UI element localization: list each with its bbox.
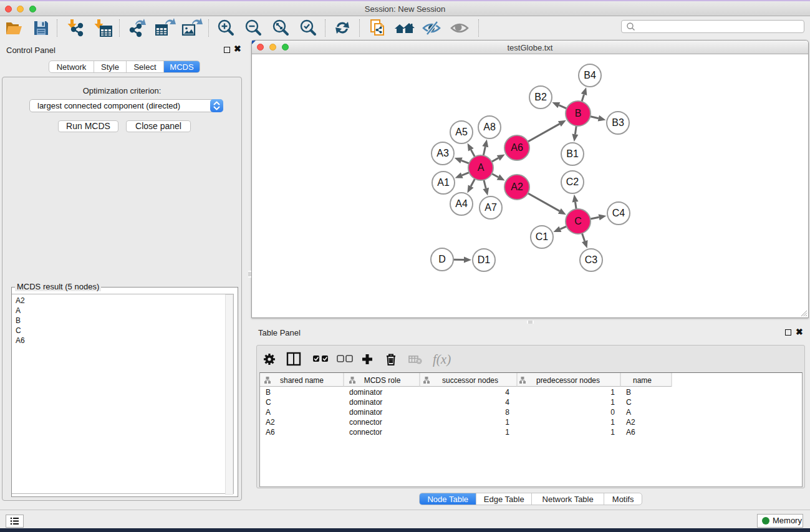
svg-text:4: 4 [505, 388, 509, 397]
svg-text:A: A [478, 162, 485, 173]
svg-text:8: 8 [505, 408, 509, 417]
svg-text:A6: A6 [511, 142, 523, 153]
svg-text:B1: B1 [566, 148, 579, 159]
svg-text:MCDS role: MCDS role [364, 376, 401, 385]
svg-text:B: B [575, 108, 582, 118]
svg-text:C4: C4 [612, 208, 625, 218]
svg-text:A3: A3 [436, 148, 449, 158]
svg-text:1: 1 [610, 418, 615, 427]
svg-text:f(x): f(x) [433, 352, 451, 367]
svg-text:A2: A2 [511, 181, 523, 192]
svg-text:A2: A2 [626, 418, 635, 427]
svg-text:A2: A2 [266, 418, 275, 427]
svg-text:C: C [266, 398, 271, 407]
svg-text:1: 1 [610, 388, 615, 397]
svg-text:A: A [626, 408, 631, 417]
svg-text:A6: A6 [266, 428, 275, 437]
svg-text:B2: B2 [534, 92, 547, 102]
svg-text:D: D [438, 254, 446, 264]
svg-text:A7: A7 [485, 202, 497, 213]
svg-text:0: 0 [610, 408, 615, 417]
svg-text:1: 1 [505, 418, 509, 427]
svg-text:A1: A1 [437, 177, 450, 188]
svg-text:name: name [633, 376, 652, 385]
svg-text:D1: D1 [478, 254, 491, 265]
svg-text:shared name: shared name [280, 376, 324, 385]
svg-text:connector: connector [349, 428, 382, 437]
svg-text:dominator: dominator [349, 388, 382, 397]
svg-text:A8: A8 [483, 122, 496, 132]
svg-text:A4: A4 [455, 198, 468, 209]
svg-text:dominator: dominator [349, 408, 382, 417]
svg-text:1: 1 [610, 428, 615, 437]
svg-text:C: C [574, 216, 582, 226]
svg-text:successor nodes: successor nodes [442, 376, 498, 385]
svg-text:C2: C2 [566, 177, 579, 187]
svg-text:A5: A5 [455, 127, 468, 137]
svg-text:1: 1 [610, 398, 615, 407]
svg-text:A: A [266, 408, 271, 417]
svg-text:B: B [626, 388, 631, 397]
svg-text:1: 1 [505, 428, 509, 437]
svg-text:C1: C1 [536, 231, 549, 242]
svg-text:4: 4 [505, 398, 509, 407]
svg-text:B3: B3 [612, 117, 624, 128]
svg-text:dominator: dominator [349, 398, 382, 407]
svg-text:C: C [626, 398, 632, 407]
svg-text:C3: C3 [585, 254, 598, 265]
svg-text:A6: A6 [626, 428, 635, 437]
svg-text:predecessor nodes: predecessor nodes [536, 376, 600, 385]
svg-text:B4: B4 [584, 70, 596, 80]
svg-text:connector: connector [349, 418, 382, 427]
svg-text:B: B [266, 388, 271, 397]
